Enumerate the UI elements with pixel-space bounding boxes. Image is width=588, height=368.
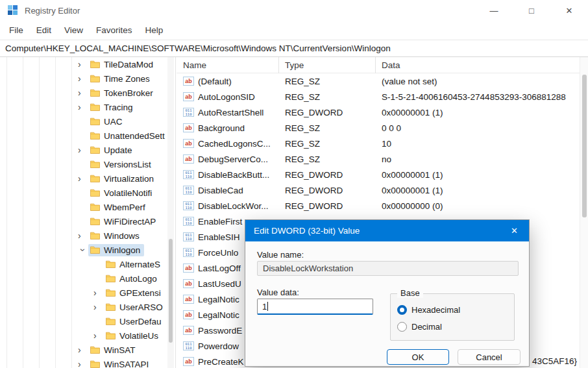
dword-value-icon: 011 110 [183, 217, 194, 226]
tree-item-virtualization[interactable]: ›Virtualization [0, 171, 167, 186]
cell-type: REG_DWORD [279, 186, 376, 195]
tree-item-wbemperf[interactable]: WbemPerf [0, 200, 167, 214]
list-row-disablelockwor[interactable]: 011 110DisableLockWor...REG_DWORD0x00000… [177, 198, 580, 214]
close-button[interactable]: ✕ [550, 0, 588, 21]
chevron-right-icon[interactable]: › [93, 288, 104, 298]
radio-button-icon[interactable] [397, 322, 407, 332]
chevron-right-icon[interactable]: › [78, 345, 88, 355]
value-name-field[interactable]: DisableLockWorkstation [257, 261, 519, 276]
folder-icon [90, 189, 100, 197]
chevron-right-icon[interactable]: › [78, 88, 88, 98]
tree-item-update[interactable]: ›Update [0, 143, 167, 157]
cell-type: REG_DWORD [279, 108, 376, 117]
tree-item-label: WiFiDirectAP [104, 217, 156, 227]
tree-item-label: Tracing [104, 103, 133, 112]
tree-item-uac[interactable]: UAC [0, 114, 167, 129]
tree-scrollbar[interactable] [167, 57, 174, 368]
tree-scrollbar-thumb[interactable] [169, 239, 173, 343]
tree-item-label: UnattendedSett [104, 131, 165, 141]
tree-item-autologo[interactable]: AutoLogo [0, 271, 167, 286]
list-row-background[interactable]: abBackgroundREG_SZ0 0 0 [177, 120, 580, 136]
titlebar[interactable]: Registry Editor — □ ✕ [0, 0, 588, 21]
chevron-right-icon[interactable]: › [93, 330, 104, 341]
minimize-button[interactable]: — [475, 0, 513, 21]
menu-bar: FileEditViewFavoritesHelp [0, 21, 588, 40]
chevron-right-icon[interactable]: › [93, 302, 104, 312]
chevron-right-icon[interactable]: › [78, 145, 88, 155]
string-value-icon: ab [183, 326, 194, 335]
list-row-disablecad[interactable]: 011 110DisableCadREG_DWORD0x00000001 (1) [177, 182, 580, 198]
tree-item-wifidirectap[interactable]: WiFiDirectAP [0, 214, 167, 228]
menu-edit[interactable]: Edit [30, 21, 58, 40]
tree-item-tracing[interactable]: ›Tracing [0, 100, 167, 114]
list-row-debugserverco[interactable]: abDebugServerCo...REG_SZno [177, 151, 580, 167]
chevron-right-icon[interactable]: › [78, 102, 88, 112]
tree-item-tokenbroker[interactable]: ›TokenBroker [0, 86, 167, 100]
cell-name: 011 110DisableLockWor... [177, 201, 279, 211]
tree-item-winsatapi[interactable]: ›WinSATAPI [0, 357, 167, 368]
tree-item-unattendedsett[interactable]: UnattendedSett [0, 129, 167, 143]
list-scrollbar[interactable] [580, 57, 588, 368]
tree-item-winlogon[interactable]: ›Winlogon [0, 243, 167, 257]
ok-button[interactable]: OK [387, 349, 449, 365]
list-scrollbar-thumb[interactable] [582, 75, 587, 217]
tree-item-label: UserDefau [119, 317, 162, 326]
tree-item-alternates[interactable]: AlternateS [0, 257, 167, 271]
value-name: LegalNotic [198, 295, 239, 304]
chevron-right-icon[interactable]: › [78, 359, 88, 368]
list-row-disablebackbutt[interactable]: 011 110DisableBackButt...REG_DWORD0x0000… [177, 167, 580, 182]
list-row-autologonsid[interactable]: abAutoLogonSIDREG_SZS-1-5-21-4006160453-… [177, 89, 580, 104]
tree-item-userdefau[interactable]: UserDefau [0, 314, 167, 328]
panel-divider[interactable] [175, 57, 176, 368]
menu-favorites[interactable]: Favorites [90, 21, 139, 40]
chevron-right-icon[interactable]: › [78, 73, 88, 84]
tree-item-label: VolatileNotifi [104, 188, 152, 198]
base-group: Base HexadecimalDecimal [390, 293, 515, 341]
tree-item-volatileus[interactable]: ›VolatileUs [0, 328, 167, 343]
value-name: PreCreateK [198, 357, 244, 367]
tree-item-versionslist[interactable]: VersionsList [0, 157, 167, 171]
minimize-icon: — [490, 6, 498, 16]
list-row-cachedlogonsc[interactable]: abCachedLogonsC...REG_SZ10 [177, 136, 580, 151]
dword-value-icon: 011 110 [183, 170, 194, 179]
string-value-icon: ab [183, 264, 194, 273]
dialog-close-icon[interactable]: ✕ [500, 220, 529, 241]
maximize-button[interactable]: □ [513, 0, 550, 21]
column-header-type[interactable]: Type [279, 57, 376, 73]
list-row-default[interactable]: ab(Default)REG_SZ(value not set) [177, 73, 580, 89]
menu-file[interactable]: File [3, 21, 30, 40]
tree-item-volatilenotifi[interactable]: VolatileNotifi [0, 186, 167, 200]
menu-help[interactable]: Help [139, 21, 170, 40]
radio-decimal[interactable]: Decimal [397, 318, 511, 335]
chevron-right-icon[interactable]: › [78, 230, 88, 241]
radio-button-icon[interactable] [397, 305, 407, 315]
tree-item-time-zones[interactable]: ›Time Zones [0, 71, 167, 86]
tree-item-userarso[interactable]: ›UserARSO [0, 300, 167, 314]
column-header-data[interactable]: Data [376, 57, 580, 73]
value-name: DisableCad [198, 186, 243, 195]
tree-entry: AutoLogo [104, 273, 161, 285]
menu-view[interactable]: View [58, 21, 90, 40]
dword-value-icon: 011 110 [183, 248, 194, 257]
radio-hexadecimal[interactable]: Hexadecimal [397, 301, 511, 318]
dialog-titlebar[interactable]: Edit DWORD (32-bit) Value ✕ [245, 220, 529, 241]
chevron-right-icon[interactable]: › [78, 59, 88, 69]
tree-item-label: WbemPerf [104, 202, 145, 212]
tree-item-tiledatamod[interactable]: ›TileDataMod [0, 57, 167, 71]
folder-icon [106, 260, 116, 268]
radio-label: Hexadecimal [411, 305, 460, 315]
tree-item-windows[interactable]: ›Windows [0, 228, 167, 243]
value-data-input[interactable]: 1 [257, 299, 373, 315]
list-row-autorestartshell[interactable]: 011 110AutoRestartShellREG_DWORD0x000000… [177, 104, 580, 120]
cancel-button[interactable]: Cancel [458, 349, 521, 365]
tree-item-label: UserARSO [119, 302, 163, 312]
address-bar[interactable]: Computer\HKEY_LOCAL_MACHINE\SOFTWARE\Mic… [0, 40, 588, 57]
tree-item-gpextensi[interactable]: ›GPExtensi [0, 286, 167, 300]
chevron-down-icon[interactable]: › [78, 245, 88, 255]
folder-icon [106, 303, 116, 311]
chevron-right-icon[interactable]: › [78, 173, 88, 184]
column-header-name[interactable]: Name [177, 57, 279, 73]
window-title: Registry Editor [25, 6, 80, 16]
string-value-icon: ab [183, 123, 194, 132]
tree-item-winsat[interactable]: ›WinSAT [0, 343, 167, 357]
